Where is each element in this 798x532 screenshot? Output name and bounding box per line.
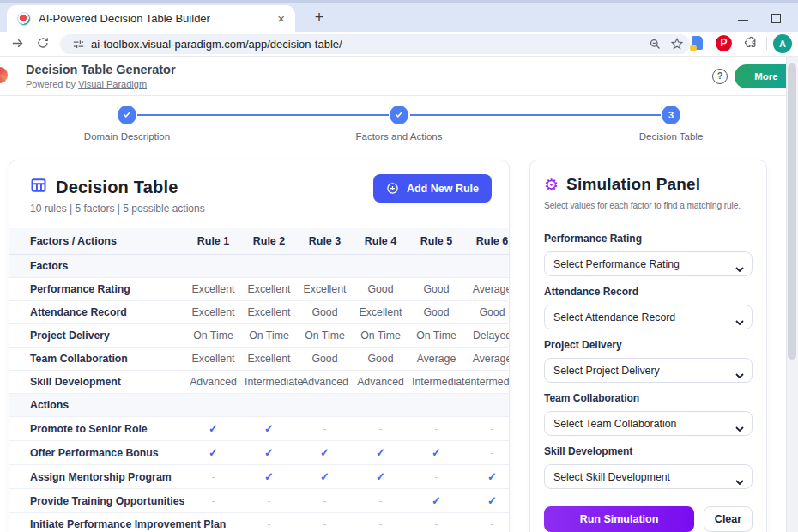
factor-value-cell[interactable]: Intermediate <box>408 371 464 394</box>
factor-value-cell[interactable]: Intermediate <box>241 371 297 394</box>
url-text[interactable]: ai-toolbox.visual-paradigm.com/app/decis… <box>91 34 342 54</box>
action-empty-cell[interactable]: - <box>297 417 353 441</box>
factor-value-cell[interactable]: On Time <box>353 324 408 348</box>
action-check-cell[interactable]: ✓ <box>297 441 353 465</box>
sim-select-team-collaboration[interactable]: Select Team Collaboration <box>544 411 753 436</box>
factor-value-cell[interactable]: On Time <box>241 324 297 348</box>
tab-close-icon[interactable]: × <box>277 12 285 25</box>
visual-paradigm-link[interactable]: Visual Paradigm <box>78 79 147 89</box>
factor-value-cell[interactable]: Advanced <box>185 371 241 394</box>
factor-value-cell[interactable]: Excellent <box>241 278 297 301</box>
step-2-circle[interactable] <box>390 106 408 124</box>
browser-tab[interactable]: AI-Powered Decision Table Builder × <box>7 5 295 32</box>
powered-by: Powered by Visual Paradigm <box>26 79 147 89</box>
add-new-rule-button[interactable]: Add New Rule <box>373 174 492 203</box>
run-simulation-button[interactable]: Run Simulation <box>544 506 694 532</box>
factor-value-cell[interactable]: Intermediate <box>464 371 510 394</box>
clear-button[interactable]: Clear <box>704 506 753 532</box>
factor-value-cell[interactable]: Excellent <box>353 301 408 324</box>
action-empty-cell[interactable]: - <box>185 489 241 513</box>
sim-field-team-collaboration: Team CollaborationSelect Team Collaborat… <box>544 392 753 436</box>
factor-value-cell[interactable]: Average <box>464 348 510 371</box>
factor-value-cell[interactable]: Excellent <box>241 348 297 371</box>
extension-docs-icon[interactable] <box>692 36 703 50</box>
factor-value-cell[interactable]: Good <box>408 301 464 324</box>
factor-value-cell[interactable]: On Time <box>297 324 353 348</box>
action-empty-cell[interactable]: - <box>464 441 510 465</box>
zoom-out-icon[interactable] <box>649 38 662 54</box>
factor-value-cell[interactable]: Average <box>464 278 510 301</box>
action-check-cell[interactable]: ✓ <box>185 441 241 465</box>
action-empty-cell[interactable]: - <box>353 489 408 513</box>
page-scrollbar-thumb[interactable] <box>788 63 796 360</box>
step-1-circle[interactable] <box>118 106 136 124</box>
action-check-cell[interactable]: ✓ <box>241 465 297 489</box>
factor-value-cell[interactable]: Good <box>297 301 353 324</box>
factor-value-cell[interactable]: Excellent <box>241 301 297 324</box>
actions-section-row: Actions <box>9 394 510 417</box>
action-name: Offer Performance Bonus <box>9 441 185 465</box>
decision-table-header-row: Factors / ActionsRule 1Rule 2Rule 3Rule … <box>9 228 510 255</box>
tab-title: AI-Powered Decision Table Builder <box>39 12 210 25</box>
sim-select-skill-development[interactable]: Select Skill Development <box>544 464 753 489</box>
factor-value-cell[interactable]: Good <box>353 348 408 371</box>
action-check-cell[interactable]: ✓ <box>241 441 297 465</box>
action-empty-cell[interactable]: - <box>241 513 297 532</box>
action-empty-cell[interactable]: - <box>408 417 464 441</box>
factor-value-cell[interactable]: Excellent <box>185 348 241 371</box>
action-name: Provide Training Opportunities <box>9 489 185 513</box>
reload-icon[interactable] <box>36 36 51 51</box>
factor-value-cell[interactable]: On Time <box>185 324 241 348</box>
add-new-rule-label: Add New Rule <box>407 183 479 195</box>
action-check-cell[interactable]: ✓ <box>353 441 408 465</box>
window-maximize-button[interactable] <box>771 14 781 23</box>
factor-value-cell[interactable]: Advanced <box>297 371 353 394</box>
factor-value-cell[interactable]: On Time <box>408 324 464 348</box>
factor-value-cell[interactable]: Good <box>464 301 510 324</box>
factor-value-cell[interactable]: Excellent <box>297 278 353 301</box>
action-empty-cell[interactable]: - <box>408 513 464 532</box>
action-check-cell[interactable]: ✓ <box>353 465 408 489</box>
action-empty-cell[interactable]: - <box>297 489 353 513</box>
factor-value-cell[interactable]: Excellent <box>185 301 241 324</box>
action-empty-cell[interactable]: - <box>241 489 297 513</box>
extensions-puzzle-icon[interactable] <box>743 36 758 54</box>
sim-select-attendance-record[interactable]: Select Attendance Record <box>544 305 753 329</box>
factor-value-cell[interactable]: Good <box>297 348 353 371</box>
action-empty-cell[interactable]: - <box>353 417 408 441</box>
action-empty-cell[interactable]: - <box>185 465 241 489</box>
factor-value-cell[interactable]: Advanced <box>353 371 408 394</box>
bookmark-star-icon[interactable] <box>670 37 684 54</box>
action-empty-cell[interactable]: - <box>464 417 510 441</box>
action-empty-cell[interactable]: - <box>297 513 353 532</box>
help-icon[interactable]: ? <box>712 69 728 84</box>
action-empty-cell[interactable]: - <box>353 513 408 532</box>
action-empty-cell[interactable]: - <box>408 465 464 489</box>
factor-value-cell[interactable]: Delayed <box>464 324 510 348</box>
new-tab-button[interactable]: + <box>309 8 329 28</box>
factor-value-cell[interactable]: Excellent <box>185 278 241 301</box>
action-check-cell[interactable]: ✓ <box>297 465 353 489</box>
factor-value-cell[interactable]: Average <box>408 348 464 371</box>
forward-icon[interactable] <box>10 36 26 51</box>
sim-select-performance-rating[interactable]: Select Performance Rating <box>544 251 753 276</box>
action-check-cell[interactable]: ✓ <box>464 465 510 489</box>
app-title: Decision Table Generator <box>26 63 176 76</box>
window-minimize-button[interactable] <box>738 20 748 21</box>
factor-value-cell[interactable]: Good <box>353 278 408 301</box>
sim-select-project-delivery[interactable]: Select Project Delivery <box>544 358 753 383</box>
factor-name: Skill Development <box>9 371 185 394</box>
action-check-cell[interactable]: ✓ <box>408 489 464 513</box>
action-empty-cell[interactable]: - <box>464 513 510 532</box>
action-check-cell[interactable]: ✓ <box>464 489 510 513</box>
factor-value-cell[interactable]: Good <box>408 278 464 301</box>
step-3-circle[interactable]: 3 <box>662 106 680 124</box>
action-name: Initiate Performance Improvement Plan <box>9 513 185 532</box>
action-check-cell[interactable]: ✓ <box>408 441 464 465</box>
action-check-cell[interactable]: ✓ <box>185 417 241 441</box>
site-settings-icon[interactable] <box>72 38 85 54</box>
browser-profile-avatar[interactable]: A <box>773 34 792 53</box>
pinterest-extension-icon[interactable]: P <box>716 35 732 51</box>
action-check-cell[interactable]: ✓ <box>241 417 297 441</box>
factor-name: Performance Rating <box>9 278 185 301</box>
